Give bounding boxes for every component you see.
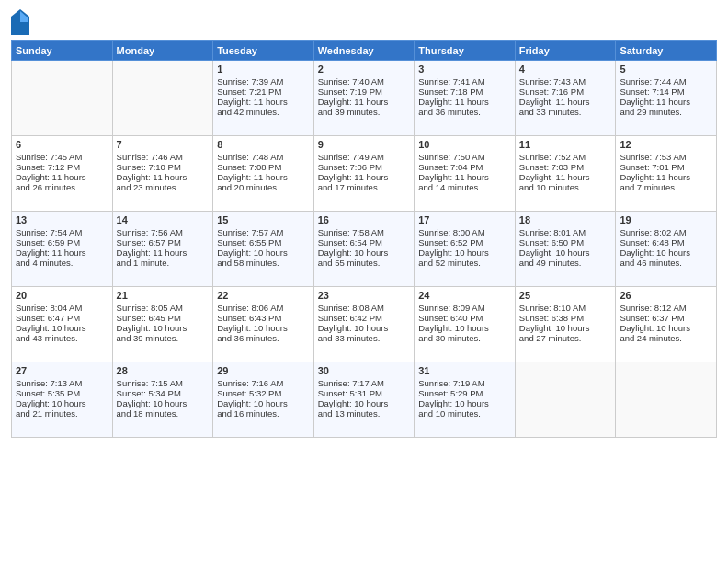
cell-info-line: Daylight: 11 hours [16, 247, 108, 258]
cell-info-line: Sunset: 6:52 PM [418, 237, 511, 247]
cell-info-line: and 43 minutes. [16, 333, 108, 343]
cell-info-line: Sunrise: 7:50 AM [418, 152, 511, 162]
calendar-cell: 11Sunrise: 7:52 AMSunset: 7:03 PMDayligh… [515, 136, 616, 212]
calendar-cell: 9Sunrise: 7:49 AMSunset: 7:06 PMDaylight… [313, 136, 415, 212]
cell-info-line: Sunrise: 8:09 AM [418, 303, 511, 313]
cell-info-line: Sunset: 6:47 PM [16, 313, 108, 323]
calendar-cell: 1Sunrise: 7:39 AMSunset: 7:21 PMDaylight… [213, 61, 314, 136]
cell-info-line: and 10 minutes. [418, 408, 511, 419]
cell-info-line: and 26 minutes. [16, 182, 108, 192]
cell-info-line: Daylight: 10 hours [418, 247, 511, 258]
cell-info-line: Sunrise: 7:16 AM [217, 378, 310, 388]
day-number: 5 [620, 63, 712, 75]
cell-info-line: Daylight: 11 hours [418, 97, 511, 107]
day-number: 21 [117, 290, 210, 301]
cell-info-line: and 42 minutes. [217, 107, 310, 117]
cell-info-line: Sunset: 6:54 PM [318, 237, 411, 247]
calendar-cell: 6Sunrise: 7:45 AMSunset: 7:12 PMDaylight… [12, 136, 113, 212]
day-number: 11 [519, 139, 612, 150]
day-number: 26 [620, 290, 712, 301]
weekday-header-tuesday: Tuesday [213, 41, 314, 61]
day-number: 6 [16, 139, 108, 150]
day-number: 13 [16, 214, 108, 225]
weekday-header-row: SundayMondayTuesdayWednesdayThursdayFrid… [12, 41, 717, 61]
cell-info-line: Daylight: 11 hours [620, 97, 712, 107]
day-number: 28 [117, 365, 210, 376]
calendar-cell: 29Sunrise: 7:16 AMSunset: 5:32 PMDayligh… [213, 362, 314, 438]
cell-info-line: Daylight: 11 hours [117, 172, 210, 182]
calendar-cell: 10Sunrise: 7:50 AMSunset: 7:04 PMDayligh… [415, 136, 516, 212]
cell-info-line: Sunset: 7:06 PM [318, 162, 411, 172]
cell-info-line: Daylight: 11 hours [519, 172, 612, 182]
day-number: 12 [620, 139, 712, 150]
cell-info-line: Daylight: 11 hours [318, 172, 411, 182]
cell-info-line: Sunset: 7:21 PM [217, 86, 310, 97]
cell-info-line: and 55 minutes. [318, 258, 411, 268]
cell-info-line: and 10 minutes. [519, 182, 612, 192]
cell-info-line: Sunset: 6:42 PM [318, 313, 411, 323]
cell-info-line: and 46 minutes. [620, 258, 712, 268]
calendar-cell: 25Sunrise: 8:10 AMSunset: 6:38 PMDayligh… [515, 287, 616, 362]
cell-info-line: and 27 minutes. [519, 333, 612, 343]
cell-info-line: Sunrise: 7:46 AM [117, 152, 210, 162]
cell-info-line: and 39 minutes. [318, 107, 411, 117]
cell-info-line: Sunrise: 8:06 AM [217, 303, 310, 313]
cell-info-line: Sunset: 7:14 PM [620, 86, 712, 97]
cell-info-line: and 39 minutes. [117, 333, 210, 343]
cell-info-line: Sunset: 6:37 PM [620, 313, 712, 323]
cell-info-line: Sunset: 6:55 PM [217, 237, 310, 247]
cell-info-line: Sunset: 6:45 PM [117, 313, 210, 323]
calendar-cell: 20Sunrise: 8:04 AMSunset: 6:47 PMDayligh… [12, 287, 113, 362]
calendar-cell: 22Sunrise: 8:06 AMSunset: 6:43 PMDayligh… [213, 287, 314, 362]
cell-info-line: Daylight: 10 hours [519, 247, 612, 258]
cell-info-line: Sunrise: 8:02 AM [620, 227, 712, 237]
day-number: 29 [217, 365, 310, 376]
cell-info-line: Sunset: 6:38 PM [519, 313, 612, 323]
cell-info-line: and 18 minutes. [117, 408, 210, 419]
cell-info-line: Sunrise: 7:49 AM [318, 152, 411, 162]
page-container: SundayMondayTuesdayWednesdayThursdayFrid… [0, 0, 728, 563]
calendar-cell: 13Sunrise: 7:54 AMSunset: 6:59 PMDayligh… [12, 212, 113, 287]
cell-info-line: and 21 minutes. [16, 408, 108, 419]
calendar-cell: 30Sunrise: 7:17 AMSunset: 5:31 PMDayligh… [313, 362, 415, 438]
day-number: 7 [117, 139, 210, 150]
cell-info-line: and 36 minutes. [217, 333, 310, 343]
cell-info-line: Sunrise: 8:08 AM [318, 303, 411, 313]
cell-info-line: Sunset: 5:32 PM [217, 388, 310, 398]
week-row-2: 6Sunrise: 7:45 AMSunset: 7:12 PMDaylight… [12, 136, 717, 212]
week-row-5: 27Sunrise: 7:13 AMSunset: 5:35 PMDayligh… [12, 362, 717, 438]
calendar-cell: 18Sunrise: 8:01 AMSunset: 6:50 PMDayligh… [515, 212, 616, 287]
cell-info-line: Daylight: 11 hours [418, 172, 511, 182]
cell-info-line: Sunrise: 7:40 AM [318, 76, 411, 86]
cell-info-line: and 24 minutes. [620, 333, 712, 343]
cell-info-line: and 7 minutes. [620, 182, 712, 192]
cell-info-line: Sunrise: 7:58 AM [318, 227, 411, 237]
cell-info-line: Sunrise: 7:13 AM [16, 378, 108, 388]
logo [11, 9, 33, 35]
page-header [11, 9, 717, 35]
weekday-header-sunday: Sunday [12, 41, 113, 61]
calendar-cell [112, 61, 213, 136]
day-number: 2 [318, 63, 411, 75]
cell-info-line: Daylight: 11 hours [217, 97, 310, 107]
calendar-cell: 2Sunrise: 7:40 AMSunset: 7:19 PMDaylight… [313, 61, 415, 136]
cell-info-line: Sunset: 7:12 PM [16, 162, 108, 172]
cell-info-line: Daylight: 10 hours [418, 323, 511, 333]
cell-info-line: Sunrise: 7:43 AM [519, 76, 612, 86]
day-number: 1 [217, 63, 310, 75]
cell-info-line: Sunrise: 7:53 AM [620, 152, 712, 162]
weekday-header-thursday: Thursday [415, 41, 516, 61]
cell-info-line: and 20 minutes. [217, 182, 310, 192]
cell-info-line: and 13 minutes. [318, 408, 411, 419]
cell-info-line: Sunrise: 7:54 AM [16, 227, 108, 237]
cell-info-line: Sunset: 6:43 PM [217, 313, 310, 323]
cell-info-line: Sunset: 6:50 PM [519, 237, 612, 247]
cell-info-line: Sunrise: 7:19 AM [418, 378, 511, 388]
calendar-cell: 26Sunrise: 8:12 AMSunset: 6:37 PMDayligh… [616, 287, 717, 362]
day-number: 4 [519, 63, 612, 75]
cell-info-line: Sunrise: 7:44 AM [620, 76, 712, 86]
calendar-cell [12, 61, 113, 136]
day-number: 22 [217, 290, 310, 301]
cell-info-line: Sunrise: 7:52 AM [519, 152, 612, 162]
day-number: 15 [217, 214, 310, 225]
